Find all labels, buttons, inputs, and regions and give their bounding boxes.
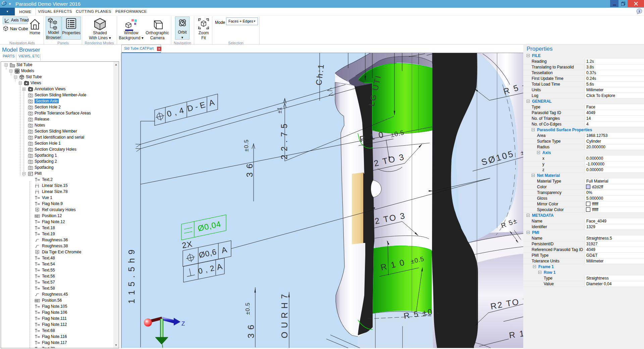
svg-text:2 2 . 7 5: 2 2 . 7 5 (279, 123, 289, 159)
svg-text:±1: ±1 (277, 107, 282, 113)
svg-text:O U R H 7: O U R H 7 (280, 294, 289, 338)
svg-text:i: i (639, 9, 640, 13)
svg-text:2X: 2X (181, 239, 193, 250)
svg-text:±0.5: ±0.5 (243, 139, 250, 152)
svg-text:Z: Z (181, 320, 185, 327)
svg-text:±0.5: ±0.5 (245, 302, 251, 315)
svg-text:3 6: 3 6 (246, 324, 256, 338)
svg-text:3 6: 3 6 (245, 163, 255, 177)
svg-text:1 1 5 . 5 h 9: 1 1 5 . 5 h 9 (126, 249, 137, 304)
svg-text:R 1: R 1 (508, 329, 523, 340)
